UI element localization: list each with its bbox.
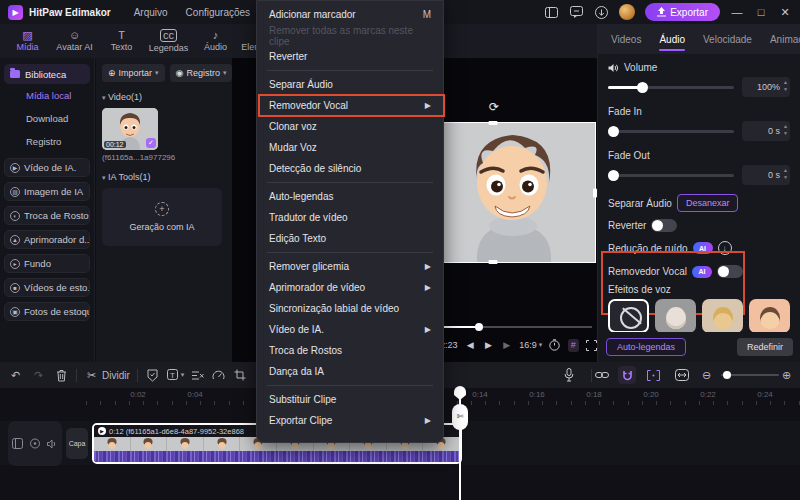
stepper-icons[interactable]: ▲▼ <box>783 79 788 93</box>
ripple-edit-icon[interactable] <box>646 368 661 383</box>
tab-avatar-ai[interactable]: ☺Avatar AI <box>51 30 98 52</box>
tab-midia[interactable]: ▨Mídia <box>4 30 51 52</box>
grid-icon[interactable]: # <box>568 339 579 352</box>
mic-icon[interactable] <box>561 368 576 383</box>
tab-animacao[interactable]: Animaç <box>761 24 800 54</box>
download-model-icon[interactable]: ↓ <box>718 241 732 255</box>
magnet-icon[interactable] <box>618 366 636 384</box>
reverse-toggle[interactable] <box>651 219 677 232</box>
sidebar-item-videos-estoque[interactable]: ■Vídeos de esto... <box>4 278 90 297</box>
speed-gauge-icon[interactable] <box>211 368 226 383</box>
selection-handle-bottom[interactable] <box>489 260 498 264</box>
link-icon[interactable] <box>594 368 609 383</box>
menu-configuracoes[interactable]: Configurações <box>186 7 250 18</box>
remove-marks-icon[interactable] <box>190 368 205 383</box>
user-avatar[interactable] <box>619 4 635 20</box>
sidebar-item-aprimorador[interactable]: ▲Aprimorador d... <box>4 230 90 249</box>
volume-slider-knob[interactable] <box>637 82 648 93</box>
menu-item-remover-glicemia[interactable]: Remover glicemia▶ <box>257 256 443 277</box>
trash-icon[interactable] <box>54 368 69 383</box>
stepper-icons[interactable]: ▲▼ <box>783 123 788 137</box>
ia-tools-section-header[interactable]: ▾ IA Tools(1) <box>102 172 226 182</box>
text-tool-icon[interactable]: T <box>166 368 181 383</box>
record-button[interactable]: ◉Registro▾ <box>170 64 233 82</box>
fade-out-value[interactable]: 0 s▲▼ <box>742 165 790 185</box>
menu-item-separar-audio[interactable]: Separar Áudio <box>257 74 443 95</box>
import-button[interactable]: ⊕Importar▾ <box>102 64 165 82</box>
menu-item-mudar-voz[interactable]: Mudar Voz <box>257 137 443 158</box>
sidebar-item-fotos-estoque[interactable]: ▣Fotos de estoque <box>4 302 90 321</box>
split-cursor-badge[interactable]: ✄ <box>452 404 468 430</box>
undo-icon[interactable]: ↶ <box>8 368 23 383</box>
sidebar-item-fundo[interactable]: ▸Fundo <box>4 254 90 273</box>
menu-item-sincronizacao-labial[interactable]: Sincronização labial de vídeo <box>257 298 443 319</box>
fade-out-knob[interactable] <box>608 170 619 181</box>
video-thumbnail[interactable]: 00:12 ✓ <box>102 108 158 150</box>
video-section-header[interactable]: ▾ Video(1) <box>102 92 226 102</box>
menu-item-aprimorador-video[interactable]: Aprimorador de vídeo▶ <box>257 277 443 298</box>
detach-button[interactable]: Desanexar <box>677 194 739 212</box>
tab-videos[interactable]: Videos <box>602 24 650 54</box>
layout-icon[interactable] <box>544 5 559 20</box>
sidebar-item-video-ia[interactable]: ▶Vídeo de IA. <box>4 158 90 177</box>
play-icon[interactable]: ▶ <box>483 339 494 352</box>
crop-icon[interactable] <box>232 368 247 383</box>
tab-audio-props[interactable]: Áudio <box>650 24 694 54</box>
fade-in-knob[interactable] <box>608 126 619 137</box>
ai-generation-card[interactable]: + Geração com IA <box>102 188 222 246</box>
redo-icon[interactable]: ↷ <box>31 368 46 383</box>
voice-effect-old-man[interactable] <box>655 299 696 333</box>
voice-effect-none[interactable] <box>608 299 649 333</box>
sidebar-item-biblioteca[interactable]: Biblioteca <box>4 64 90 84</box>
menu-item-danca-ia[interactable]: Dança da IA <box>257 361 443 382</box>
menu-item-exportar-clipe[interactable]: Exportar Clipe▶ <box>257 410 443 431</box>
mute-icon[interactable] <box>47 439 58 449</box>
sidebar-item-registro[interactable]: Registro <box>4 130 90 153</box>
voice-effect-woman[interactable] <box>702 299 743 333</box>
tab-legendas[interactable]: ccLegendas <box>145 29 192 53</box>
scrub-knob[interactable] <box>475 323 483 331</box>
timer-icon[interactable] <box>549 339 560 352</box>
menu-item-deteccao-silencio[interactable]: Detecção de silêncio <box>257 158 443 179</box>
menu-item-reverter[interactable]: Reverter <box>257 46 443 67</box>
vocal-remover-toggle[interactable] <box>717 265 743 278</box>
tab-velocidade[interactable]: Velocidade <box>694 24 761 54</box>
menu-item-auto-legendas[interactable]: Auto-legendas <box>257 186 443 207</box>
menu-item-troca-rostos[interactable]: Troca de Rostos <box>257 340 443 361</box>
zoom-in-icon[interactable]: ⊕ <box>779 368 794 383</box>
selection-handle-top[interactable] <box>489 121 498 125</box>
sidebar-item-troca-rostos[interactable]: ◐Troca de Rostos <box>4 206 90 225</box>
menu-item-substituir-clipe[interactable]: Substituir Clipe <box>257 389 443 410</box>
sidebar-item-midia-local[interactable]: Mídia local <box>4 84 90 107</box>
feedback-icon[interactable] <box>569 5 584 20</box>
menu-arquivo[interactable]: Arquivo <box>134 7 168 18</box>
sidebar-item-download[interactable]: Download <box>4 107 90 130</box>
marker-badge-icon[interactable] <box>145 368 160 383</box>
stepper-icons[interactable]: ▲▼ <box>783 167 788 181</box>
menu-item-adicionar-marcador[interactable]: Adicionar marcadorM <box>257 4 443 25</box>
close-button[interactable]: ✕ <box>778 6 792 19</box>
cover-button[interactable]: Capa <box>66 428 88 459</box>
zoom-out-icon[interactable]: ⊖ <box>699 368 714 383</box>
download-icon[interactable] <box>594 5 609 20</box>
minimize-button[interactable]: — <box>730 6 744 18</box>
volume-value[interactable]: 100%▲▼ <box>742 77 790 97</box>
rotate-handle-icon[interactable]: ⟳ <box>487 100 501 114</box>
zoom-slider-knob[interactable] <box>723 371 731 379</box>
timeline-zoom-slider[interactable] <box>721 374 779 376</box>
divide-label[interactable]: Dividir <box>102 370 130 381</box>
sidebar-item-imagem-ia[interactable]: ▨Imagem de IA <box>4 182 90 201</box>
menu-item-video-ia[interactable]: Vídeo de IA.▶ <box>257 319 443 340</box>
lock-icon[interactable] <box>30 438 40 449</box>
next-frame-icon[interactable]: ▶ <box>501 339 512 352</box>
menu-item-edicao-texto[interactable]: Edição Texto <box>257 228 443 249</box>
fade-in-slider[interactable] <box>608 130 734 133</box>
fullscreen-icon[interactable] <box>586 339 597 352</box>
split-scissors-icon[interactable]: ✂ <box>84 368 99 383</box>
auto-captions-button[interactable]: Auto-legendas <box>606 338 686 356</box>
maximize-button[interactable]: □ <box>754 6 768 18</box>
menu-item-tradutor-video[interactable]: Tradutor de vídeo <box>257 207 443 228</box>
tab-audio[interactable]: ♪Áudio <box>192 30 239 52</box>
menu-item-removedor-vocal[interactable]: Removedor Vocal▶ <box>257 95 443 116</box>
fit-timeline-icon[interactable] <box>674 368 689 383</box>
